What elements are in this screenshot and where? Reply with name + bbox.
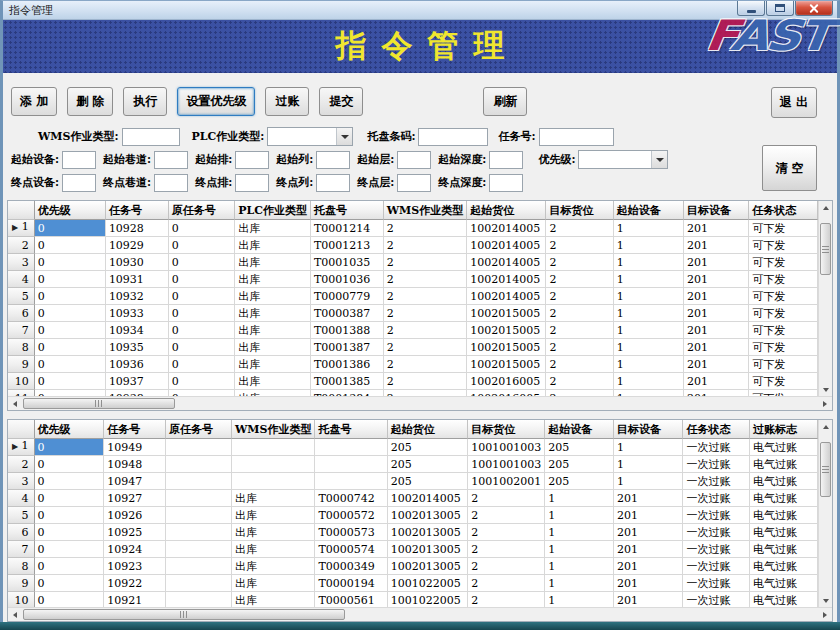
grid-cell[interactable]: 出库: [235, 254, 311, 271]
scroll-right-button[interactable]: [818, 397, 832, 411]
grid-cell[interactable]: 201: [684, 356, 749, 373]
grid-cell[interactable]: 10927: [104, 490, 166, 507]
grid-cell[interactable]: 出库: [235, 271, 311, 288]
grid-cell[interactable]: 1001002001: [468, 473, 545, 490]
grid-cell[interactable]: 1002014005: [467, 271, 546, 288]
grid-cell[interactable]: [166, 456, 232, 473]
grid-cell[interactable]: 10932: [106, 288, 169, 305]
grid-cell[interactable]: 出库: [235, 288, 311, 305]
grid-cell[interactable]: 10921: [104, 592, 166, 608]
row-header[interactable]: 8: [8, 339, 35, 356]
grid-cell[interactable]: 可下发: [749, 254, 818, 271]
clear-button[interactable]: 清 空: [762, 145, 817, 191]
grid-cell[interactable]: 201: [684, 237, 749, 254]
grid-cell[interactable]: 2: [384, 322, 467, 339]
grid-cell[interactable]: T0001385: [311, 373, 384, 390]
grid-cell[interactable]: 201: [684, 220, 749, 237]
delete-button[interactable]: 删 除: [67, 87, 113, 116]
grid-cell[interactable]: 1002013005: [388, 541, 469, 558]
row-header[interactable]: 5: [8, 288, 35, 305]
grid-cell[interactable]: 1001022005: [388, 592, 469, 608]
grid-cell[interactable]: 一次过账: [683, 439, 750, 456]
grid-cell[interactable]: 一次过账: [683, 490, 750, 507]
grid-cell[interactable]: 出库: [235, 220, 311, 237]
grid-cell[interactable]: 2: [468, 575, 545, 592]
grid-cell[interactable]: 1002014005: [467, 237, 546, 254]
column-header[interactable]: 托盘号: [315, 420, 387, 439]
grid-cell[interactable]: 0: [35, 237, 106, 254]
grid-cell[interactable]: 0: [169, 305, 236, 322]
grid-cell[interactable]: 0: [35, 507, 105, 524]
grid-cell[interactable]: 201: [614, 524, 683, 541]
add-button[interactable]: 添 加: [11, 87, 57, 116]
grid-cell[interactable]: 201: [684, 254, 749, 271]
grid-cell[interactable]: 电气过账: [750, 541, 818, 558]
scroll-down-button[interactable]: [819, 383, 833, 397]
grid-cell[interactable]: 1001001003: [468, 439, 545, 456]
grid-cell[interactable]: 201: [684, 288, 749, 305]
grid-cell[interactable]: 2: [546, 373, 613, 390]
grid-cell[interactable]: 出库: [235, 237, 311, 254]
grid-cell[interactable]: 10931: [106, 271, 169, 288]
start-device-input[interactable]: [62, 151, 96, 169]
grid-cell[interactable]: 0: [35, 254, 106, 271]
grid-cell[interactable]: 2: [546, 356, 613, 373]
grid-cell[interactable]: 电气过账: [750, 524, 818, 541]
plc-type-select[interactable]: [267, 127, 353, 146]
row-header[interactable]: 10: [8, 592, 35, 608]
post-button[interactable]: 过账: [265, 87, 309, 116]
row-header[interactable]: 4: [8, 490, 35, 507]
grid-cell[interactable]: [166, 558, 232, 575]
grid-cell[interactable]: 电气过账: [750, 507, 818, 524]
grid-cell[interactable]: 0: [35, 271, 106, 288]
grid-cell[interactable]: 1002015005: [467, 322, 546, 339]
row-header[interactable]: 8: [8, 558, 35, 575]
grid-cell[interactable]: 1: [614, 305, 684, 322]
grid-cell[interactable]: 一次过账: [683, 524, 750, 541]
grid-cell[interactable]: 2: [546, 339, 613, 356]
end-aisle-input[interactable]: [154, 174, 188, 192]
grid-cell[interactable]: 出库: [232, 507, 315, 524]
grid-cell[interactable]: 0: [35, 220, 106, 237]
grid-cell[interactable]: T0001036: [311, 271, 384, 288]
grid-cell[interactable]: 出库: [235, 373, 311, 390]
scroll-up-button[interactable]: [819, 420, 833, 434]
horizontal-scroll-thumb[interactable]: [23, 609, 345, 620]
vertical-scroll-thumb[interactable]: [820, 442, 831, 497]
grid-cell[interactable]: 0: [35, 373, 106, 390]
grid-cell[interactable]: 1002015005: [467, 305, 546, 322]
grid-cell[interactable]: 电气过账: [750, 558, 818, 575]
grid-cell[interactable]: 可下发: [749, 339, 818, 356]
column-header[interactable]: 目标设备: [684, 201, 749, 220]
grid-cell[interactable]: 可下发: [749, 356, 818, 373]
grid-cell[interactable]: 2: [468, 524, 545, 541]
grid-cell[interactable]: 出库: [232, 490, 315, 507]
grid-cell[interactable]: 1002015005: [467, 356, 546, 373]
grid-cell[interactable]: 1002014005: [467, 220, 546, 237]
grid-cell[interactable]: [315, 473, 387, 490]
grid-cell[interactable]: 2: [468, 558, 545, 575]
grid-cell[interactable]: 201: [684, 271, 749, 288]
grid-cell[interactable]: 2: [468, 490, 545, 507]
column-header[interactable]: WMS作业类型: [384, 201, 467, 220]
column-header[interactable]: 原任务号: [169, 201, 236, 220]
grid-cell[interactable]: 201: [614, 575, 683, 592]
grid-cell[interactable]: 2: [546, 237, 613, 254]
start-layer-input[interactable]: [397, 151, 431, 169]
grid-cell[interactable]: 1002013005: [388, 524, 469, 541]
grid-cell[interactable]: 出库: [232, 592, 315, 608]
grid-cell[interactable]: 出库: [235, 356, 311, 373]
grid-cell[interactable]: 10923: [104, 558, 166, 575]
grid-cell[interactable]: 10925: [104, 524, 166, 541]
row-header[interactable]: 2: [8, 456, 35, 473]
grid-cell[interactable]: 出库: [232, 558, 315, 575]
task-no-input[interactable]: [539, 128, 614, 146]
scroll-left-button[interactable]: [8, 397, 22, 411]
grid-cell[interactable]: 1002013005: [388, 558, 469, 575]
end-col-input[interactable]: [316, 174, 350, 192]
grid-cell[interactable]: T0000779: [311, 288, 384, 305]
grid-cell[interactable]: 2: [384, 288, 467, 305]
grid-cell[interactable]: 0: [169, 356, 236, 373]
grid-cell[interactable]: T0001214: [311, 220, 384, 237]
column-header[interactable]: WMS作业类型: [232, 420, 315, 439]
